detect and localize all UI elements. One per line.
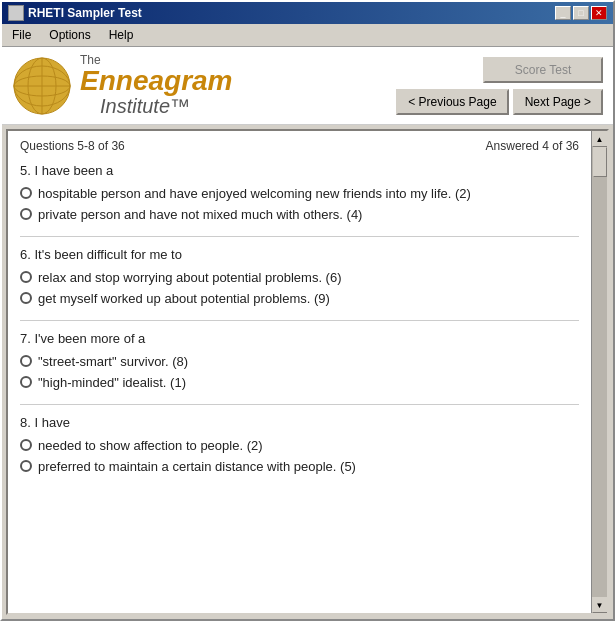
previous-page-button[interactable]: < Previous Page [396, 89, 508, 115]
score-test-button[interactable]: Score Test [483, 57, 603, 83]
question-6-option-1: relax and stop worrying about potential … [20, 270, 579, 285]
close-button[interactable]: ✕ [591, 6, 607, 20]
question-6-radio-2[interactable] [20, 292, 32, 304]
divider-6-7 [20, 320, 579, 321]
question-6-option-2: get myself worked up about potential pro… [20, 291, 579, 306]
question-5-option-2: private person and have not mixed much w… [20, 207, 579, 222]
question-7-option-2: "high-minded" idealist. (1) [20, 375, 579, 390]
question-6-radio-1[interactable] [20, 271, 32, 283]
title-buttons: _ □ ✕ [555, 6, 607, 20]
nav-row: < Previous Page Next Page > [396, 89, 603, 115]
question-8-radio-2[interactable] [20, 460, 32, 472]
question-8-option-2-text: preferred to maintain a certain distance… [38, 459, 356, 474]
content-scroll[interactable]: Questions 5-8 of 36 Answered 4 of 36 5. … [8, 131, 591, 613]
menu-options[interactable]: Options [43, 26, 96, 44]
question-5-radio-1[interactable] [20, 187, 32, 199]
question-5-stem: 5. I have been a [20, 163, 579, 178]
question-7-radio-1[interactable] [20, 355, 32, 367]
header-area: The Enneagram Institute™ Score Test < Pr… [2, 47, 613, 125]
header-buttons: Score Test < Previous Page Next Page > [396, 57, 603, 115]
questions-range: Questions 5-8 of 36 [20, 139, 125, 153]
scroll-up-arrow[interactable]: ▲ [592, 131, 608, 147]
question-block-7: 7. I've been more of a "street-smart" su… [20, 331, 579, 390]
question-8-option-2: preferred to maintain a certain distance… [20, 459, 579, 474]
question-6-option-2-text: get myself worked up about potential pro… [38, 291, 330, 306]
question-8-option-1: needed to show affection to people. (2) [20, 438, 579, 453]
logo-globe-icon [12, 56, 72, 116]
question-8-radio-1[interactable] [20, 439, 32, 451]
divider-5-6 [20, 236, 579, 237]
logo-institute: Institute™ [100, 95, 233, 118]
title-bar: RHETI Sampler Test _ □ ✕ [2, 2, 613, 24]
maximize-button[interactable]: □ [573, 6, 589, 20]
content-area: Questions 5-8 of 36 Answered 4 of 36 5. … [6, 129, 609, 615]
question-7-stem: 7. I've been more of a [20, 331, 579, 346]
divider-7-8 [20, 404, 579, 405]
window-title: RHETI Sampler Test [28, 6, 142, 20]
answered-count: Answered 4 of 36 [486, 139, 579, 153]
scrollbar: ▲ ▼ [591, 131, 607, 613]
question-7-option-2-text: "high-minded" idealist. (1) [38, 375, 186, 390]
next-page-button[interactable]: Next Page > [513, 89, 603, 115]
logo-text: The Enneagram Institute™ [80, 53, 233, 118]
status-row: Questions 5-8 of 36 Answered 4 of 36 [20, 139, 579, 153]
question-7-option-1-text: "street-smart" survivor. (8) [38, 354, 188, 369]
scroll-track[interactable] [592, 147, 607, 597]
question-5-option-1: hospitable person and have enjoyed welco… [20, 186, 579, 201]
question-6-option-1-text: relax and stop worrying about potential … [38, 270, 342, 285]
question-5-option-2-text: private person and have not mixed much w… [38, 207, 362, 222]
logo-enneagram: Enneagram [80, 67, 233, 95]
logo-area: The Enneagram Institute™ [12, 53, 233, 118]
question-block-8: 8. I have needed to show affection to pe… [20, 415, 579, 474]
menu-help[interactable]: Help [103, 26, 140, 44]
question-8-option-1-text: needed to show affection to people. (2) [38, 438, 263, 453]
question-8-stem: 8. I have [20, 415, 579, 430]
question-6-stem: 6. It's been difficult for me to [20, 247, 579, 262]
menu-bar: File Options Help [2, 24, 613, 47]
question-5-radio-2[interactable] [20, 208, 32, 220]
title-bar-left: RHETI Sampler Test [8, 5, 142, 21]
question-7-option-1: "street-smart" survivor. (8) [20, 354, 579, 369]
menu-file[interactable]: File [6, 26, 37, 44]
question-5-option-1-text: hospitable person and have enjoyed welco… [38, 186, 471, 201]
question-7-radio-2[interactable] [20, 376, 32, 388]
minimize-button[interactable]: _ [555, 6, 571, 20]
question-block-6: 6. It's been difficult for me to relax a… [20, 247, 579, 306]
question-block-5: 5. I have been a hospitable person and h… [20, 163, 579, 222]
main-window: RHETI Sampler Test _ □ ✕ File Options He… [0, 0, 615, 621]
scroll-thumb[interactable] [593, 147, 607, 177]
scroll-down-arrow[interactable]: ▼ [592, 597, 608, 613]
app-icon [8, 5, 24, 21]
